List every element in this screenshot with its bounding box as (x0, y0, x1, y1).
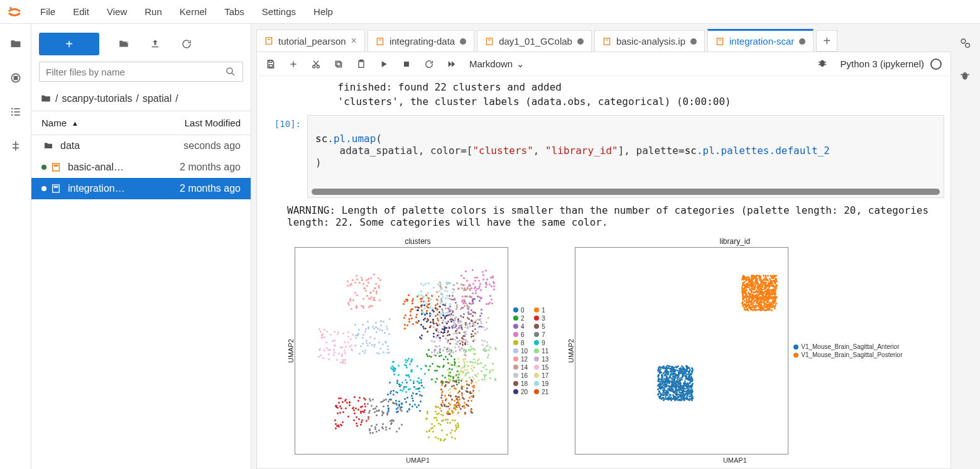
folder-icon[interactable] (8, 36, 23, 52)
svg-rect-4 (14, 108, 19, 109)
running-icon[interactable] (8, 70, 23, 86)
svg-point-5 (11, 111, 13, 113)
svg-point-40 (820, 60, 825, 67)
extensions-icon[interactable] (8, 138, 23, 153)
svg-text:+: + (126, 40, 129, 45)
save-icon[interactable] (266, 59, 276, 69)
menu-kernel[interactable]: Kernel (171, 3, 215, 21)
add-tab-button[interactable]: + (816, 30, 837, 52)
unsaved-dot-icon (690, 38, 697, 45)
notebook-body[interactable]: finished: found 22 clusters and added 'c… (257, 76, 950, 468)
legend-item: 16 (513, 372, 528, 379)
notebook-icon (716, 37, 724, 46)
code-cell[interactable]: sc.pl.umap( adata_spatial, color=["clust… (307, 115, 944, 198)
add-cell-icon[interactable] (288, 59, 298, 69)
output-text: 'clusters', the cluster labels (adata.ob… (257, 94, 950, 109)
new-launcher-button[interactable]: + (39, 33, 99, 55)
svg-point-7 (11, 114, 13, 116)
notebook-icon (264, 36, 273, 45)
svg-rect-16 (54, 187, 57, 187)
debugger-icon[interactable] (817, 57, 828, 70)
close-icon[interactable]: × (351, 35, 357, 47)
horizontal-scrollbar[interactable] (312, 189, 940, 195)
property-inspector-icon[interactable] (959, 36, 972, 50)
restart-icon[interactable] (424, 59, 434, 69)
legend-item: 7 (534, 331, 548, 338)
run-icon[interactable] (379, 59, 389, 69)
svg-line-12 (232, 73, 234, 75)
svg-rect-13 (53, 163, 60, 171)
search-icon (225, 66, 236, 77)
paste-icon[interactable] (356, 59, 366, 69)
filter-wrap (39, 62, 243, 82)
notebook-icon (602, 37, 611, 46)
legend-item: 14 (513, 364, 528, 371)
cut-icon[interactable] (311, 59, 321, 69)
run-all-icon[interactable] (447, 59, 457, 69)
menu-file[interactable]: File (31, 3, 64, 21)
svg-rect-17 (266, 38, 271, 45)
svg-line-49 (967, 74, 969, 75)
modified-col-header[interactable]: Last Modified (185, 118, 241, 128)
copy-icon[interactable] (334, 59, 344, 69)
svg-rect-6 (14, 111, 19, 113)
svg-rect-8 (14, 114, 19, 116)
legend-item: 18 (513, 380, 528, 387)
menu-run[interactable]: Run (136, 3, 171, 21)
legend-item: 1 (534, 307, 548, 314)
warning-output: WARNING: Length of palette colors is sma… (257, 198, 950, 232)
legend-item: 10 (513, 348, 528, 355)
svg-rect-39 (404, 62, 409, 67)
sort-asc-icon: ▲ (72, 119, 79, 127)
breadcrumb[interactable]: / scanpy-tutorials / spatial / (31, 88, 251, 111)
new-folder-icon[interactable]: + (117, 37, 131, 51)
svg-rect-23 (604, 38, 609, 45)
celltype-dropdown[interactable]: Markdown⌄ (469, 58, 525, 70)
tab[interactable]: basic-analysis.ip (594, 30, 705, 52)
unsaved-dot-icon (799, 38, 805, 45)
toc-icon[interactable] (8, 104, 23, 119)
svg-rect-35 (337, 62, 341, 67)
svg-line-44 (824, 64, 826, 65)
svg-point-32 (317, 65, 319, 68)
menu-view[interactable]: View (98, 3, 136, 21)
svg-line-42 (824, 62, 826, 63)
file-row[interactable]: integration…2 months ago (31, 178, 251, 199)
svg-point-45 (961, 39, 966, 43)
folder-icon (40, 93, 52, 104)
svg-line-48 (961, 74, 962, 75)
menu-help[interactable]: Help (305, 3, 342, 21)
svg-rect-10 (152, 47, 159, 48)
file-row[interactable]: dataseconds ago (31, 135, 251, 157)
jupyter-logo (5, 3, 24, 21)
menu-edit[interactable]: Edit (64, 3, 98, 21)
svg-rect-36 (335, 61, 340, 65)
legend-item: V1_Mouse_Brain_Sagittal_Anterior (793, 343, 902, 350)
left-iconbar (0, 24, 31, 469)
svg-rect-21 (487, 38, 493, 45)
filter-input[interactable] (46, 67, 225, 77)
kernel-name[interactable]: Python 3 (ipykernel) (841, 58, 942, 70)
name-col-header[interactable]: Name▲ (41, 118, 185, 128)
legend-item: 19 (534, 380, 548, 387)
debug-panel-icon[interactable] (959, 69, 972, 83)
legend-item: 12 (513, 356, 528, 363)
tab[interactable]: day1_01_GColab (477, 30, 592, 52)
file-row[interactable]: basic-anal…2 months ago (31, 157, 251, 178)
tab[interactable]: integration-scar (707, 29, 814, 52)
notebook-icon (485, 37, 494, 46)
upload-icon[interactable] (148, 37, 162, 51)
svg-line-34 (313, 60, 318, 65)
unsaved-dot-icon (577, 38, 584, 45)
menubar: FileEditViewRunKernelTabsSettingsHelp (0, 0, 980, 24)
umap-clusters-plot: clusters UMAP2 0123456789101112131415161… (287, 237, 548, 464)
kernel-status-icon (930, 58, 942, 70)
menu-tabs[interactable]: Tabs (215, 3, 253, 21)
tab[interactable]: tutorial_pearson× (256, 30, 365, 52)
menu-settings[interactable]: Settings (253, 3, 305, 21)
stop-icon[interactable] (401, 59, 411, 69)
unsaved-dot-icon (460, 38, 466, 45)
svg-rect-28 (269, 64, 272, 67)
refresh-icon[interactable] (180, 37, 193, 51)
tab[interactable]: integrating-data (368, 30, 474, 52)
